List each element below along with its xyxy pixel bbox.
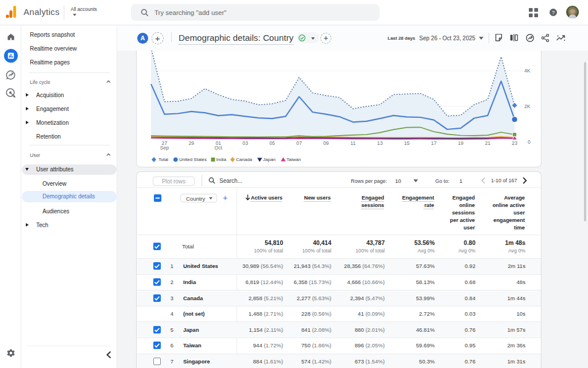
svg-text:11: 11: [350, 140, 355, 146]
svg-text:23: 23: [512, 140, 517, 146]
svg-text:15: 15: [404, 140, 410, 146]
svg-text:0: 0: [528, 139, 531, 145]
svg-text:2K: 2K: [524, 103, 531, 109]
svg-text:?: ?: [552, 10, 555, 16]
svg-text:Sep: Sep: [160, 145, 169, 151]
svg-text:21: 21: [485, 140, 490, 146]
svg-text:07: 07: [296, 140, 302, 146]
svg-text:03: 03: [242, 140, 248, 146]
svg-text:05: 05: [269, 140, 275, 146]
svg-text:17: 17: [431, 140, 437, 146]
svg-text:4K: 4K: [524, 68, 531, 74]
svg-text:13: 13: [377, 140, 383, 146]
svg-text:Oct: Oct: [214, 145, 222, 151]
svg-text:19: 19: [458, 140, 464, 146]
svg-text:29: 29: [189, 140, 195, 146]
svg-text:09: 09: [323, 140, 329, 146]
